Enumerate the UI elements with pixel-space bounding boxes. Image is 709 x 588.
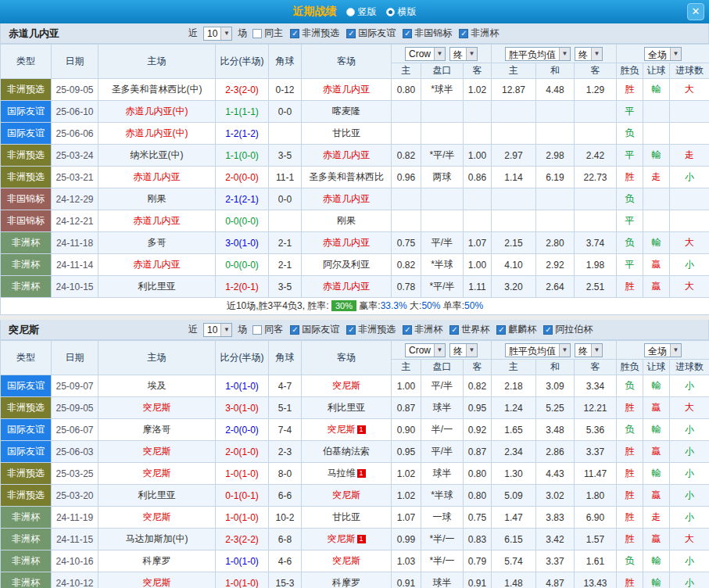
- filter-checkbox[interactable]: 非国锦标: [403, 27, 452, 40]
- score[interactable]: 3-0(1-0): [216, 232, 269, 254]
- filter-checkbox[interactable]: 世界杯: [449, 323, 489, 336]
- home-team-name[interactable]: 突尼斯: [143, 402, 171, 413]
- filter-checkbox[interactable]: 国际友谊: [290, 323, 339, 336]
- away-team-name[interactable]: 甘比亚: [332, 127, 360, 138]
- home-team-name[interactable]: 突尼斯: [143, 577, 171, 588]
- score[interactable]: 1-2(1-2): [216, 123, 269, 145]
- scope-select[interactable]: 全场: [644, 343, 682, 357]
- checkbox-icon[interactable]: [290, 29, 299, 38]
- radio-icon[interactable]: [386, 8, 395, 16]
- checkbox-icon[interactable]: [290, 325, 299, 335]
- away-team-name[interactable]: 赤道几内亚: [323, 84, 370, 95]
- checkbox-icon[interactable]: [459, 29, 468, 38]
- checkbox-icon[interactable]: [496, 325, 506, 335]
- wdl-average-select[interactable]: 胜平负均值: [505, 47, 571, 61]
- home-team-name[interactable]: 马达加斯加(中): [126, 533, 188, 544]
- filter-checkbox[interactable]: 同主: [252, 27, 283, 40]
- away-team-name[interactable]: 利比里亚: [328, 402, 365, 413]
- home-team-name[interactable]: 突尼斯: [143, 446, 171, 457]
- score[interactable]: 2-0(1-0): [216, 441, 269, 463]
- home-team-name[interactable]: 赤道几内亚: [134, 171, 181, 182]
- home-team-name[interactable]: 多哥: [148, 237, 167, 248]
- wdl-average-select[interactable]: 胜平负均值: [505, 343, 571, 357]
- layout-radio-vertical[interactable]: 竖版: [346, 5, 377, 19]
- home-team-name[interactable]: 摩洛哥: [143, 424, 171, 435]
- score[interactable]: 1-1(1-1): [216, 101, 269, 123]
- score[interactable]: 1-0(1-0): [216, 375, 269, 397]
- score[interactable]: 2-3(2-2): [216, 529, 269, 550]
- checkbox-icon[interactable]: [403, 325, 412, 335]
- home-team-name[interactable]: 利比里亚: [138, 489, 176, 500]
- home-team-name[interactable]: 科摩罗: [143, 555, 171, 566]
- score[interactable]: 2-3(2-0): [216, 79, 269, 101]
- away-team-name[interactable]: 甘比亚: [332, 511, 360, 522]
- score[interactable]: 1-2(0-1): [216, 276, 269, 298]
- score[interactable]: 1-0(1-0): [216, 507, 269, 529]
- checkbox-icon[interactable]: [346, 325, 356, 335]
- bookmaker-select[interactable]: Crow: [405, 47, 446, 61]
- away-team-name[interactable]: 赤道几内亚: [323, 281, 370, 292]
- score[interactable]: 2-0(0-0): [216, 167, 269, 188]
- checkbox-icon[interactable]: [252, 29, 262, 38]
- odds-stage-select[interactable]: 终: [449, 343, 478, 357]
- average-stage-select[interactable]: 终: [575, 47, 603, 61]
- score[interactable]: 1-0(1-0): [216, 572, 269, 588]
- filter-checkbox[interactable]: 阿拉伯杯: [543, 323, 593, 336]
- scope-select[interactable]: 全场: [644, 47, 682, 61]
- match-count-select[interactable]: 10: [203, 323, 232, 337]
- score[interactable]: 0-0(0-0): [216, 254, 269, 276]
- checkbox-icon[interactable]: [346, 29, 356, 38]
- filter-checkbox[interactable]: 非洲杯: [403, 323, 442, 336]
- home-team-name[interactable]: 突尼斯: [143, 511, 171, 522]
- score[interactable]: 2-1(2-1): [216, 188, 269, 210]
- home-team-name[interactable]: 利比里亚: [138, 281, 176, 292]
- odds-stage-select[interactable]: 终: [449, 47, 478, 61]
- checkbox-icon[interactable]: [543, 325, 553, 335]
- filter-checkbox[interactable]: 麒麟杯: [496, 323, 536, 336]
- away-team-name[interactable]: 马拉维: [328, 468, 356, 479]
- away-team-name[interactable]: 突尼斯: [328, 424, 356, 435]
- away-team-name[interactable]: 赤道几内亚: [323, 237, 370, 248]
- away-team-name[interactable]: 突尼斯: [332, 555, 360, 566]
- checkbox-icon[interactable]: [252, 325, 262, 335]
- home-team-name[interactable]: 赤道几内亚: [134, 259, 181, 270]
- radio-icon[interactable]: [346, 8, 355, 16]
- match-count-select[interactable]: 10: [203, 27, 232, 41]
- home-team-name[interactable]: 圣多美和普林西比(中): [112, 84, 202, 95]
- away-team-name[interactable]: 伯基纳法索: [323, 446, 370, 457]
- score[interactable]: 1-0(1-0): [216, 463, 269, 485]
- score[interactable]: 0-0(0-0): [216, 210, 269, 232]
- average-stage-select[interactable]: 终: [575, 343, 603, 357]
- checkbox-icon[interactable]: [403, 29, 412, 38]
- away-team-name[interactable]: 突尼斯: [332, 380, 360, 391]
- away-team-name[interactable]: 突尼斯: [332, 489, 360, 500]
- filter-checkbox[interactable]: 非洲预选: [346, 323, 396, 336]
- home-team-name[interactable]: 刚果: [148, 193, 167, 204]
- home-team-name[interactable]: 赤道几内亚(中): [126, 127, 188, 138]
- score[interactable]: 1-1(0-0): [216, 145, 269, 167]
- bookmaker-select[interactable]: Crow: [405, 343, 446, 357]
- checkbox-icon[interactable]: [449, 325, 459, 335]
- score[interactable]: 1-0(1-0): [216, 550, 269, 572]
- home-team-name[interactable]: 赤道几内亚(中): [126, 106, 188, 117]
- layout-radio-horizontal[interactable]: 横版: [386, 5, 417, 19]
- close-button[interactable]: ✕: [687, 3, 704, 20]
- score[interactable]: 3-0(1-0): [216, 397, 269, 419]
- score[interactable]: 2-0(0-0): [216, 419, 269, 441]
- filter-checkbox[interactable]: 非洲杯: [459, 27, 499, 40]
- away-team-name[interactable]: 赤道几内亚: [323, 193, 370, 204]
- away-team-name[interactable]: 刚果: [337, 215, 356, 226]
- home-team-name[interactable]: 赤道几内亚: [134, 215, 181, 226]
- filter-checkbox[interactable]: 非洲预选: [290, 27, 339, 40]
- home-team-name[interactable]: 埃及: [148, 380, 167, 391]
- away-team-name[interactable]: 喀麦隆: [332, 106, 360, 117]
- filter-checkbox[interactable]: 国际友谊: [346, 27, 396, 40]
- home-team-name[interactable]: 纳米比亚(中): [131, 149, 184, 160]
- home-team-name[interactable]: 突尼斯: [143, 468, 171, 479]
- filter-checkbox[interactable]: 同客: [252, 323, 283, 336]
- score[interactable]: 0-1(0-1): [216, 485, 269, 507]
- away-team-name[interactable]: 阿尔及利亚: [323, 259, 370, 270]
- away-team-name[interactable]: 突尼斯: [328, 533, 356, 544]
- away-team-name[interactable]: 赤道几内亚: [323, 149, 370, 160]
- away-team-name[interactable]: 科摩罗: [332, 577, 360, 588]
